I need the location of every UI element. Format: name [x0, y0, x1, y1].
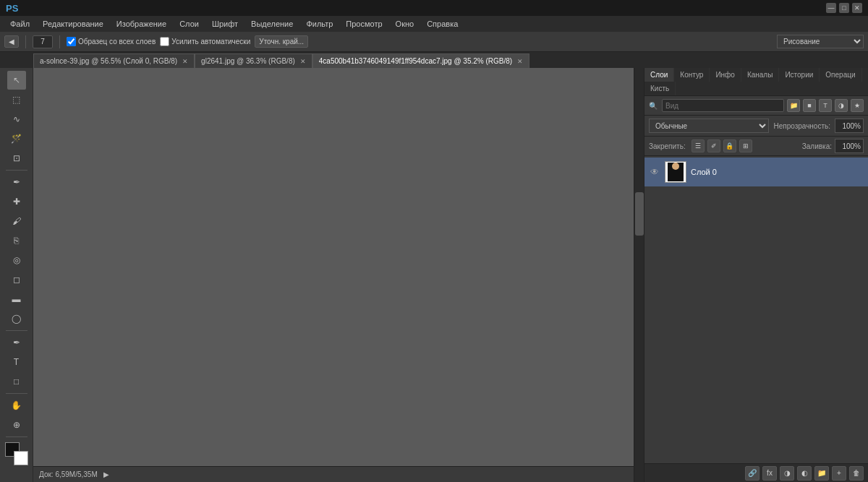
tab-1[interactable]: gl2641.jpg @ 36.3% (RGB/8)✕ — [195, 53, 312, 68]
lock-all-btn[interactable]: 🔒 — [723, 139, 736, 152]
panel-tab-[interactable]: Слои — [644, 68, 674, 82]
layer-visibility-toggle[interactable]: 👁 — [649, 166, 660, 178]
vertical-scrollbar[interactable] — [634, 68, 644, 482]
marquee-tool[interactable]: ⬚ — [7, 90, 26, 109]
pixel-icon[interactable]: ■ — [803, 99, 816, 112]
layer-search-input[interactable] — [662, 99, 784, 112]
tab-label-2: 4ca500b41b3746049149f1ff954dcac7.jpg @ 3… — [319, 57, 512, 65]
lock-artboard-btn[interactable]: ⊞ — [739, 139, 752, 152]
text-tool[interactable]: T — [7, 353, 26, 371]
search-icon: 🔍 — [649, 102, 658, 110]
panel-tab-[interactable]: Операци — [820, 68, 861, 82]
link-layers-btn[interactable]: 🔗 — [745, 466, 760, 481]
lock-position-btn[interactable]: ✐ — [707, 139, 720, 152]
thumb-inner — [668, 163, 684, 181]
mask-btn[interactable]: ◑ — [780, 466, 794, 481]
doc-info: Док: 6,59М/5,35М — [39, 470, 98, 478]
blend-mode-select[interactable]: Обычные — [649, 119, 769, 133]
panel-tab-[interactable]: Истории — [779, 68, 820, 82]
clone-tool[interactable]: ⎘ — [7, 231, 26, 250]
tab-2[interactable]: 4ca500b41b3746049149f1ff954dcac7.jpg @ 3… — [312, 53, 529, 68]
effects-btn[interactable]: fx — [762, 466, 777, 481]
menu-item-[interactable]: Изображение — [111, 18, 172, 30]
layer-panel: 🔍 📁 ■ T ◑ ★ Обычные Непрозрачность: Закр… — [644, 96, 868, 482]
smart-icon[interactable]: ★ — [851, 99, 864, 112]
panel-tab-[interactable]: Контур — [674, 68, 710, 82]
right-panel: СлоиКонтурИнфоКаналыИсторииОперациКисть … — [644, 68, 868, 482]
quick-select-tool[interactable]: 🪄 — [7, 129, 26, 148]
panel-tabs: СлоиКонтурИнфоКаналыИсторииОперациКисть — [644, 68, 868, 96]
fill-input[interactable] — [835, 139, 864, 153]
close-button[interactable]: ✕ — [852, 3, 862, 13]
group-btn[interactable]: 📁 — [814, 466, 829, 481]
brush-size-input[interactable] — [33, 35, 53, 48]
lock-pixels-btn[interactable]: ☰ — [692, 139, 705, 152]
lasso-tool[interactable]: ∿ — [7, 110, 26, 129]
fill-label: Заливка: — [802, 142, 832, 150]
crop-tool[interactable]: ⊡ — [7, 149, 26, 168]
main-area: ↖ ⬚ ∿ 🪄 ⊡ ✒ ✚ 🖌 ⎘ ◎ ◻ ▬ ◯ ✒ T □ ✋ ⊕ — [0, 68, 868, 482]
new-layer-btn[interactable]: + — [832, 466, 846, 481]
tab-close-0[interactable]: ✕ — [182, 58, 188, 65]
app-logo: PS — [6, 3, 18, 14]
minimize-button[interactable]: — — [826, 3, 836, 13]
dodge-tool[interactable]: ◯ — [7, 309, 26, 328]
menu-item-[interactable]: Выделение — [245, 18, 299, 30]
adjustment-btn[interactable]: ◐ — [797, 466, 812, 481]
panel-tab-[interactable]: Каналы — [741, 68, 780, 82]
layer-name: Слой 0 — [691, 168, 864, 176]
move-tool[interactable]: ↖ — [7, 71, 26, 90]
background-color[interactable] — [14, 451, 28, 465]
menu-item-[interactable]: Окно — [390, 18, 420, 30]
tab-label-0: a-solnce-39.jpg @ 56.5% (Слой 0, RGB/8) — [40, 57, 177, 65]
panel-tab-[interactable]: Инфо — [710, 68, 741, 82]
panel-tab-[interactable]: Кисть — [644, 82, 676, 95]
eraser-tool[interactable]: ◻ — [7, 270, 26, 289]
pen-tool[interactable]: ✒ — [7, 333, 26, 352]
zoom-tool[interactable]: ⊕ — [7, 416, 26, 434]
auto-enhance-check[interactable]: Усилить автоматически — [160, 37, 250, 46]
fill-section: Заливка: — [802, 139, 864, 153]
opacity-input[interactable] — [835, 119, 864, 133]
lock-label: Закрепить: — [649, 142, 686, 150]
tab-bar: a-solnce-39.jpg @ 56.5% (Слой 0, RGB/8)✕… — [0, 52, 868, 68]
tab-close-1[interactable]: ✕ — [300, 58, 306, 65]
menu-item-[interactable]: Шрифт — [206, 18, 244, 30]
new-group-icon[interactable]: 📁 — [787, 99, 800, 112]
eyedropper-tool[interactable]: ✒ — [7, 173, 26, 191]
sample-all-layers-check[interactable]: Образец со всех слоев — [67, 37, 156, 46]
menu-item-[interactable]: Файл — [4, 18, 35, 30]
gradient-tool[interactable]: ▬ — [7, 290, 26, 309]
layer-item[interactable]: 👁 Слой 0 — [644, 158, 868, 186]
title-bar: PS — □ ✕ — [0, 0, 868, 16]
menu-item-[interactable]: Просмотр — [340, 18, 388, 30]
menu-item-[interactable]: Слои — [174, 18, 205, 30]
canvas-wrapper: Док: 6,59М/5,35М ▶ — [33, 68, 634, 482]
type-icon[interactable]: T — [819, 99, 832, 112]
menu-item-[interactable]: Справка — [421, 18, 464, 30]
scroll-thumb[interactable] — [635, 192, 644, 236]
foreground-background-colors[interactable] — [5, 442, 28, 465]
tab-close-2[interactable]: ✕ — [517, 58, 523, 65]
layer-blend-row: Обычные Непрозрачность: — [644, 116, 868, 137]
delete-layer-btn[interactable]: 🗑 — [849, 466, 864, 481]
history-brush-tool[interactable]: ◎ — [7, 251, 26, 270]
layer-list: 👁 Слой 0 — [644, 156, 868, 463]
panel-bottom: 🔗 fx ◑ ◐ 📁 + 🗑 — [644, 463, 868, 482]
menu-item-[interactable]: Фильтр — [300, 18, 339, 30]
status-bar: Док: 6,59М/5,35М ▶ — [33, 466, 634, 482]
left-toolbar: ↖ ⬚ ∿ 🪄 ⊡ ✒ ✚ 🖌 ⎘ ◎ ◻ ▬ ◯ ✒ T □ ✋ ⊕ — [0, 68, 33, 482]
workspace-select[interactable]: Рисование — [777, 35, 864, 48]
adjustment-icon[interactable]: ◑ — [835, 99, 848, 112]
maximize-button[interactable]: □ — [839, 3, 849, 13]
healing-brush-tool[interactable]: ✚ — [7, 192, 26, 211]
brush-tool[interactable]: 🖌 — [7, 212, 26, 231]
shape-tool[interactable]: □ — [7, 372, 26, 391]
menu-item-[interactable]: Редактирование — [37, 18, 109, 30]
tool-preset-button[interactable]: ◀ — [4, 35, 19, 48]
tab-0[interactable]: a-solnce-39.jpg @ 56.5% (Слой 0, RGB/8)✕ — [33, 53, 195, 68]
refine-edge-button[interactable]: Уточн. край... — [255, 35, 308, 48]
forward-arrow[interactable]: ▶ — [103, 470, 109, 478]
layer-thumbnail — [665, 161, 686, 183]
hand-tool[interactable]: ✋ — [7, 396, 26, 415]
